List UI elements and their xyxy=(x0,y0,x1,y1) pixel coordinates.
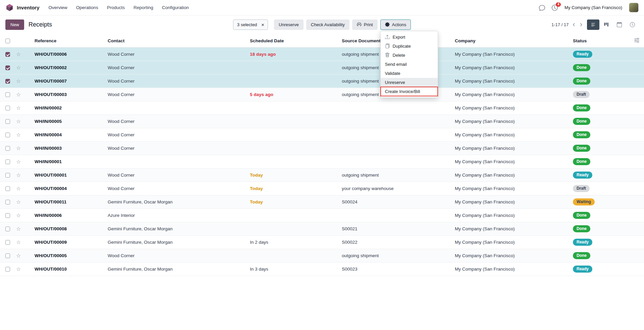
table-row[interactable]: ☆ WH/OUT/00002 Wood Corner outgoing ship… xyxy=(0,61,644,75)
favorite-star-icon[interactable]: ☆ xyxy=(16,266,21,272)
action-item-unreserve[interactable]: Unreserve xyxy=(381,78,438,87)
pager-next-icon[interactable]: › xyxy=(580,21,582,28)
nav-menu-overview[interactable]: Overview xyxy=(45,2,71,13)
kanban-view-button[interactable] xyxy=(600,19,612,30)
list-view-button[interactable] xyxy=(587,19,599,30)
row-checkbox[interactable] xyxy=(5,200,10,204)
table-row[interactable]: ☆ WH/OUT/00001 Wood Corner Today outgoin… xyxy=(0,169,644,182)
table-row[interactable]: ☆ WH/IN/00002 My Company (San Francisco)… xyxy=(0,101,644,115)
table-row[interactable]: ☆ WH/OUT/00010 Gemini Furniture, Oscar M… xyxy=(0,263,644,276)
table-row[interactable]: ☆ WH/OUT/00007 Wood Corner outgoing ship… xyxy=(0,75,644,88)
row-checkbox[interactable] xyxy=(5,173,10,178)
favorite-star-icon[interactable]: ☆ xyxy=(16,226,21,232)
table-row[interactable]: ☆ WH/IN/00001 My Company (San Francisco)… xyxy=(0,155,644,169)
favorite-star-icon[interactable]: ☆ xyxy=(16,92,21,97)
favorite-star-icon[interactable]: ☆ xyxy=(16,213,21,218)
column-header-reference[interactable]: Reference xyxy=(32,34,105,48)
action-item-delete[interactable]: Delete xyxy=(381,51,438,60)
column-header-contact[interactable]: Contact xyxy=(105,34,247,48)
favorite-star-icon[interactable]: ☆ xyxy=(16,145,21,151)
favorite-star-icon[interactable]: ☆ xyxy=(16,159,21,164)
row-checkbox[interactable] xyxy=(5,65,10,70)
column-header-status[interactable]: Status xyxy=(570,34,631,48)
row-checkbox[interactable] xyxy=(5,133,10,137)
table-row[interactable]: ☆ WH/IN/00003 Wood Corner My Company (Sa… xyxy=(0,142,644,155)
clear-selection-icon[interactable]: × xyxy=(261,22,268,28)
unreserve-button[interactable]: Unreserve xyxy=(274,19,304,30)
row-checkbox[interactable] xyxy=(5,213,10,218)
action-item-send-email[interactable]: Send email xyxy=(381,60,438,69)
print-button[interactable]: Print xyxy=(352,19,378,30)
breadcrumb-title: Receipts xyxy=(29,21,52,28)
scheduled-date-cell xyxy=(247,128,339,142)
row-checkbox[interactable] xyxy=(5,92,10,97)
calendar-view-button[interactable] xyxy=(613,19,626,30)
company-menu[interactable]: My Company (San Francisco) xyxy=(565,5,622,10)
table-row[interactable]: ☆ WH/OUT/00004 Wood Corner Today your co… xyxy=(0,182,644,195)
check-availability-button[interactable]: Check Availability xyxy=(306,19,350,30)
favorite-star-icon[interactable]: ☆ xyxy=(16,199,21,205)
nav-menu-products[interactable]: Products xyxy=(103,2,128,13)
nav-menu-reporting[interactable]: Reporting xyxy=(130,2,157,13)
table-row[interactable]: ☆ WH/OUT/00009 Gemini Furniture, Oscar M… xyxy=(0,236,644,249)
optional-columns-icon[interactable] xyxy=(634,38,639,43)
table-row[interactable]: ☆ WH/OUT/00006 Wood Corner 18 days ago o… xyxy=(0,48,644,61)
activity-view-button[interactable] xyxy=(626,19,639,30)
source-document-cell xyxy=(339,128,452,142)
row-checkbox[interactable] xyxy=(5,146,10,151)
favorite-star-icon[interactable]: ☆ xyxy=(16,253,21,258)
messages-icon[interactable] xyxy=(539,5,545,11)
table-row[interactable]: ☆ WH/OUT/00003 Wood Corner 5 days ago ou… xyxy=(0,88,644,101)
company-cell: My Company (San Francisco) xyxy=(452,249,570,263)
nav-menu-operations[interactable]: Operations xyxy=(72,2,102,13)
actions-button[interactable]: Actions xyxy=(380,19,411,30)
row-checkbox[interactable] xyxy=(5,119,10,124)
table-row[interactable]: ☆ WH/OUT/00005 Wood Corner outgoing ship… xyxy=(0,249,644,263)
row-checkbox[interactable] xyxy=(5,240,10,245)
favorite-star-icon[interactable]: ☆ xyxy=(16,105,21,111)
table-row[interactable]: ☆ WH/OUT/00008 Gemini Furniture, Oscar M… xyxy=(0,222,644,236)
selection-pill[interactable]: 3 selected × xyxy=(233,19,268,30)
table-row[interactable]: ☆ WH/IN/00006 Azure Interior My Company … xyxy=(0,209,644,222)
favorite-star-icon[interactable]: ☆ xyxy=(16,239,21,245)
status-badge: Done xyxy=(573,158,590,165)
row-checkbox[interactable] xyxy=(5,79,10,84)
avatar[interactable] xyxy=(629,3,639,12)
favorite-star-icon[interactable]: ☆ xyxy=(16,132,21,138)
print-button-label: Print xyxy=(364,22,373,27)
table-row[interactable]: ☆ WH/IN/00005 Wood Corner My Company (Sa… xyxy=(0,115,644,128)
action-item-duplicate[interactable]: Duplicate xyxy=(381,42,438,51)
column-header-scheduled-date[interactable]: Scheduled Date xyxy=(247,34,339,48)
contact-cell: Wood Corner xyxy=(105,75,247,88)
column-header-company[interactable]: Company xyxy=(452,34,570,48)
nav-menu-configuration[interactable]: Configuration xyxy=(158,2,193,13)
contact-cell xyxy=(105,155,247,169)
new-button[interactable]: New xyxy=(5,19,24,30)
action-item-create-invoice-bill[interactable]: Create Invoice/Bill xyxy=(381,87,438,96)
row-checkbox[interactable] xyxy=(5,186,10,191)
favorite-star-icon[interactable]: ☆ xyxy=(16,65,21,70)
favorite-star-icon[interactable]: ☆ xyxy=(16,172,21,178)
favorite-star-icon[interactable]: ☆ xyxy=(16,51,21,57)
row-checkbox[interactable] xyxy=(5,253,10,258)
row-checkbox[interactable] xyxy=(5,267,10,272)
table-row[interactable]: ☆ WH/OUT/00011 Gemini Furniture, Oscar M… xyxy=(0,195,644,209)
favorite-star-icon[interactable]: ☆ xyxy=(16,78,21,84)
table-row[interactable]: ☆ WH/IN/00004 Wood Corner My Company (Sa… xyxy=(0,128,644,142)
action-item-validate[interactable]: Validate xyxy=(381,69,438,78)
row-checkbox[interactable] xyxy=(5,106,10,110)
company-cell: My Company (San Francisco) xyxy=(452,195,570,209)
source-document-cell: your company warehouse xyxy=(339,182,452,195)
select-all-checkbox[interactable] xyxy=(5,39,10,43)
row-checkbox[interactable] xyxy=(5,227,10,231)
status-badge: Draft xyxy=(573,91,590,98)
app-switcher[interactable]: Inventory xyxy=(5,3,40,12)
activities-icon[interactable]: 4 xyxy=(552,5,558,11)
favorite-star-icon[interactable]: ☆ xyxy=(16,119,21,124)
action-item-export[interactable]: Export xyxy=(381,33,438,42)
company-cell: My Company (San Francisco) xyxy=(452,182,570,195)
row-checkbox[interactable] xyxy=(5,159,10,164)
favorite-star-icon[interactable]: ☆ xyxy=(16,186,21,191)
row-checkbox[interactable] xyxy=(5,52,10,57)
pager-previous-icon[interactable]: ‹ xyxy=(573,21,575,28)
